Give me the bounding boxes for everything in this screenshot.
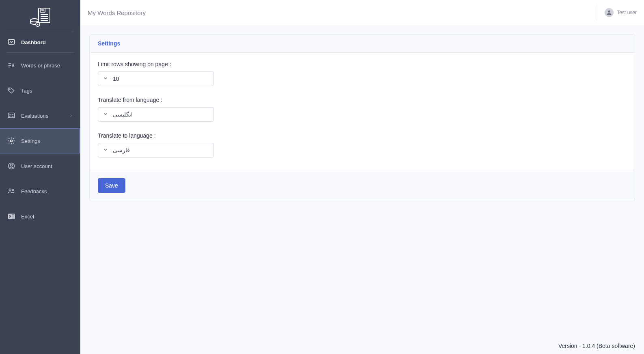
svg-point-7: [30, 19, 39, 22]
main-area: My Words Repository Test user Settings L…: [80, 0, 644, 354]
svg-point-21: [9, 189, 11, 191]
sidebar-item-label: Evaluations: [21, 113, 48, 119]
chevron-right-icon: [69, 113, 73, 119]
sidebar-item-label: Tags: [21, 88, 32, 94]
svg-point-14: [9, 89, 10, 90]
sidebar-item-words[interactable]: Words or phrase: [0, 53, 80, 78]
sidebar-item-label: Dashbord: [21, 39, 46, 45]
chevron-down-icon: [103, 76, 108, 82]
content-area: Settings Limit rows showing on page : 10…: [80, 25, 644, 354]
svg-point-9: [37, 24, 39, 25]
sidebar-item-excel[interactable]: Excel: [0, 204, 80, 229]
sidebar: W Dashbord Words or phr: [0, 0, 80, 354]
gear-icon: [7, 137, 15, 145]
translate-to-select[interactable]: فارسی: [98, 143, 214, 158]
feedback-icon: [7, 187, 15, 195]
excel-icon: [7, 212, 15, 220]
sidebar-item-label: Excel: [21, 214, 34, 220]
chevron-down-icon: [103, 111, 108, 118]
translate-from-label: Translate from language :: [98, 97, 627, 103]
user-icon: [7, 162, 15, 170]
page-title: My Words Repository: [88, 9, 146, 16]
sidebar-item-settings[interactable]: Settings: [0, 128, 80, 153]
svg-point-29: [608, 11, 610, 13]
translate-from-select[interactable]: انگلیسی: [98, 107, 214, 122]
sidebar-item-label: Feedbacks: [21, 188, 47, 194]
limit-rows-select[interactable]: 10: [98, 71, 214, 86]
sidebar-item-evaluations[interactable]: Evaluations: [0, 103, 80, 128]
user-menu[interactable]: Test user: [597, 5, 637, 20]
svg-text:W: W: [41, 9, 44, 12]
card-title: Settings: [90, 35, 635, 53]
sidebar-item-user-account[interactable]: User account: [0, 153, 80, 179]
sidebar-item-feedbacks[interactable]: Feedbacks: [0, 179, 80, 204]
select-value: انگلیسی: [113, 111, 133, 118]
app-logo: W: [0, 0, 80, 32]
chevron-down-icon: [103, 147, 108, 153]
sidebar-item-tags[interactable]: Tags: [0, 78, 80, 103]
svg-point-22: [12, 190, 14, 191]
sidebar-item-dashboard[interactable]: Dashbord: [0, 32, 80, 52]
evaluations-icon: [7, 112, 15, 120]
svg-point-18: [11, 140, 13, 142]
save-button[interactable]: Save: [98, 178, 125, 193]
sidebar-item-label: Words or phrase: [21, 63, 60, 69]
avatar: [605, 8, 614, 17]
translate-to-label: Translate to language :: [98, 132, 627, 139]
sidebar-item-label: User account: [21, 163, 52, 169]
topbar: My Words Repository Test user: [80, 0, 644, 25]
dashboard-icon: [7, 38, 15, 46]
limit-rows-label: Limit rows showing on page :: [98, 61, 627, 67]
version-text: Version - 1.0.4 (Beta software): [558, 343, 635, 349]
words-icon: [7, 61, 15, 69]
tag-icon: [7, 86, 15, 95]
select-value: فارسی: [113, 147, 130, 153]
settings-card: Settings Limit rows showing on page : 10…: [89, 34, 635, 201]
svg-point-20: [11, 164, 13, 166]
sidebar-item-label: Settings: [21, 138, 40, 144]
user-name: Test user: [617, 10, 637, 15]
svg-rect-15: [9, 113, 15, 118]
select-value: 10: [113, 76, 119, 82]
